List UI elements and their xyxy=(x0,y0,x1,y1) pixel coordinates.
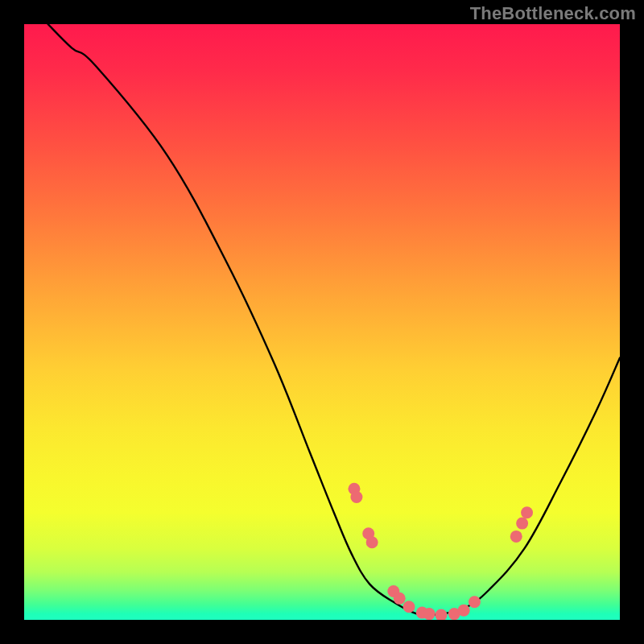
data-point xyxy=(366,536,378,548)
curve-path xyxy=(48,24,620,615)
data-point xyxy=(516,518,528,530)
data-point xyxy=(403,601,415,613)
data-point xyxy=(521,506,533,518)
plot-area xyxy=(24,24,620,620)
chart-frame: TheBottleneck.com xyxy=(0,0,644,644)
data-point xyxy=(510,530,522,543)
data-point xyxy=(394,592,406,605)
data-point xyxy=(423,608,436,620)
data-point xyxy=(458,605,470,617)
data-point xyxy=(469,596,481,608)
data-point xyxy=(350,491,362,503)
data-point xyxy=(436,609,448,620)
bottleneck-curve xyxy=(24,24,620,620)
watermark-text: TheBottleneck.com xyxy=(470,3,636,24)
